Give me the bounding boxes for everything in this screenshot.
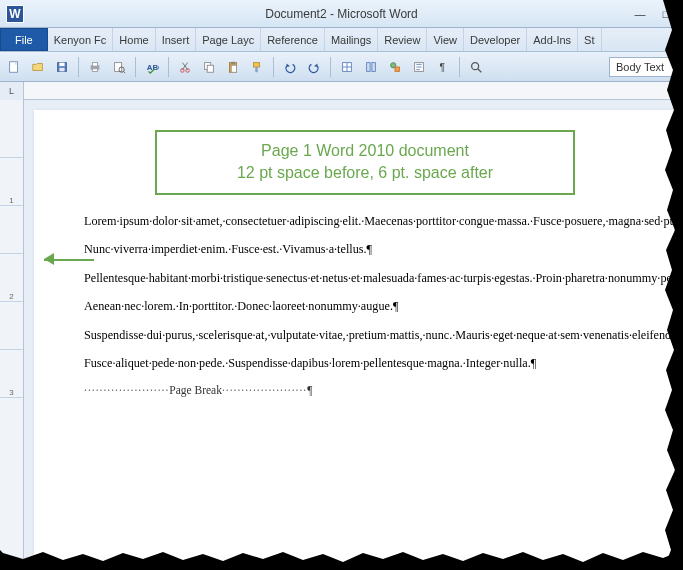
paragraph[interactable]: Lorem·ipsum·dolor·sit·amet,·consectetuer… — [84, 213, 646, 229]
spelling-icon[interactable]: ABC — [142, 57, 162, 77]
document-area[interactable]: Page 1 Word 2010 document 12 pt space be… — [24, 100, 683, 570]
tab-review[interactable]: Review — [378, 28, 427, 51]
svg-line-35 — [478, 68, 482, 72]
new-doc-icon[interactable] — [4, 57, 24, 77]
callout-line1: Page 1 Word 2010 document — [173, 140, 557, 162]
print-preview-icon[interactable] — [109, 57, 129, 77]
page[interactable]: Page 1 Word 2010 document 12 pt space be… — [34, 110, 674, 570]
word-app-icon: W — [6, 5, 24, 23]
print-icon[interactable] — [85, 57, 105, 77]
svg-rect-19 — [231, 65, 236, 72]
svg-rect-18 — [231, 61, 235, 64]
tab-page-layout[interactable]: Page Layc — [196, 28, 261, 51]
columns-icon[interactable] — [361, 57, 381, 77]
separator-icon — [135, 57, 136, 77]
maximize-button[interactable]: □ — [657, 7, 675, 21]
annotation-callout: Page 1 Word 2010 document 12 pt space be… — [155, 130, 575, 195]
tab-mailings[interactable]: Mailings — [325, 28, 378, 51]
tab-developer[interactable]: Developer — [464, 28, 527, 51]
undo-icon[interactable] — [280, 57, 300, 77]
separator-icon — [168, 57, 169, 77]
svg-rect-28 — [395, 67, 399, 71]
quick-access-toolbar: ABC ¶ Body Text — [0, 52, 683, 82]
copy-icon[interactable] — [199, 57, 219, 77]
svg-rect-21 — [255, 67, 258, 72]
svg-line-9 — [123, 71, 125, 73]
tab-overflow[interactable]: St — [578, 28, 601, 51]
cut-icon[interactable] — [175, 57, 195, 77]
separator-icon — [330, 57, 331, 77]
format-painter-icon[interactable] — [247, 57, 267, 77]
separator-icon — [78, 57, 79, 77]
svg-rect-3 — [59, 67, 64, 71]
open-icon[interactable] — [28, 57, 48, 77]
redo-icon[interactable] — [304, 57, 324, 77]
svg-point-34 — [472, 62, 479, 69]
horizontal-ruler[interactable]: L — [0, 82, 683, 100]
svg-rect-2 — [59, 62, 64, 66]
title-bar: W Document2 - Microsoft Word — □ — [0, 0, 683, 28]
style-selector[interactable]: Body Text — [609, 57, 679, 77]
zoom-icon[interactable] — [466, 57, 486, 77]
tab-selector[interactable]: L — [0, 82, 24, 100]
svg-rect-16 — [207, 65, 213, 72]
tab-kenyon[interactable]: Kenyon Fc — [48, 28, 114, 51]
paste-icon[interactable] — [223, 57, 243, 77]
separator-icon — [273, 57, 274, 77]
paragraph[interactable]: Pellentesque·habitant·morbi·tristique·se… — [84, 270, 646, 286]
paragraph[interactable]: Fusce·aliquet·pede·non·pede.·Suspendisse… — [84, 355, 646, 371]
svg-rect-26 — [372, 62, 376, 71]
tab-home[interactable]: Home — [113, 28, 155, 51]
workspace: 1 2 3 Page 1 Word 2010 document 12 pt sp… — [0, 100, 683, 570]
separator-icon — [459, 57, 460, 77]
page-break-marker: ······················Page Break········… — [84, 384, 646, 396]
table-icon[interactable] — [337, 57, 357, 77]
drawing-icon[interactable] — [385, 57, 405, 77]
callout-line2: 12 pt space before, 6 pt. space after — [173, 162, 557, 184]
window-title: Document2 - Microsoft Word — [265, 7, 418, 21]
tab-addins[interactable]: Add-Ins — [527, 28, 578, 51]
svg-rect-5 — [92, 62, 97, 66]
paragraph[interactable]: Suspendisse·dui·purus,·scelerisque·at,·v… — [84, 327, 646, 343]
tab-references[interactable]: Reference — [261, 28, 325, 51]
svg-text:¶: ¶ — [440, 60, 446, 72]
file-tab[interactable]: File — [0, 28, 48, 51]
save-icon[interactable] — [52, 57, 72, 77]
vertical-ruler[interactable]: 1 2 3 — [0, 100, 24, 570]
minimize-button[interactable]: — — [631, 7, 649, 21]
tab-view[interactable]: View — [427, 28, 464, 51]
show-hide-icon[interactable]: ¶ — [433, 57, 453, 77]
paragraph[interactable]: Nunc·viverra·imperdiet·enim.·Fusce·est.·… — [84, 241, 646, 257]
paragraph[interactable]: Aenean·nec·lorem.·In·porttitor.·Donec·la… — [84, 298, 646, 314]
ribbon-tabs: File Kenyon Fc Home Insert Page Layc Ref… — [0, 28, 683, 52]
svg-rect-20 — [254, 62, 260, 66]
svg-rect-25 — [367, 62, 371, 71]
doc-map-icon[interactable] — [409, 57, 429, 77]
tab-insert[interactable]: Insert — [156, 28, 197, 51]
svg-rect-6 — [92, 68, 97, 71]
